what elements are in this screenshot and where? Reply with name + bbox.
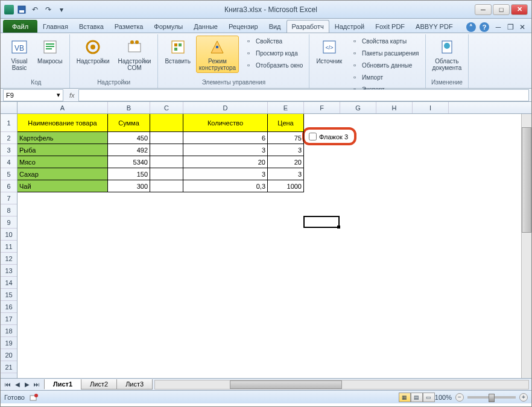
tab-вставка[interactable]: Вставка (74, 20, 109, 33)
column-header-G[interactable]: G (340, 102, 376, 113)
cell-A1[interactable]: Наименование товара (17, 114, 108, 132)
tab-abbyy pdf[interactable]: ABBYY PDF (410, 20, 458, 33)
tab-вид[interactable]: Вид (264, 20, 287, 33)
cell-B1[interactable]: Сумма (108, 114, 150, 132)
row-header-14[interactable]: 14 (1, 277, 17, 289)
ribbon-button-docpanel[interactable]: Область документа (429, 36, 465, 73)
row-header-5[interactable]: 5 (1, 168, 17, 180)
cell-A2[interactable]: Картофель (17, 132, 108, 144)
sheet-nav-next-icon[interactable]: ▶ (22, 380, 32, 390)
cells-area[interactable]: Флажок 3 Наименование товараСуммаКоличес… (17, 114, 531, 378)
redo-icon[interactable]: ↷ (43, 4, 54, 15)
row-header-2[interactable]: 2 (1, 132, 17, 144)
row-header-7[interactable]: 7 (1, 192, 17, 204)
row-header-1[interactable]: 1 (1, 114, 17, 132)
select-all-corner[interactable] (1, 102, 17, 113)
cell-A6[interactable]: Чай (17, 180, 108, 192)
zoom-slider[interactable] (467, 396, 516, 399)
ribbon-button-viewcode[interactable]: ▫Просмотр кода (241, 48, 305, 58)
ribbon-minimize-icon[interactable]: ˄ (466, 22, 476, 32)
row-header-3[interactable]: 3 (1, 144, 17, 156)
row-header-17[interactable]: 17 (1, 313, 17, 325)
vscroll-thumb[interactable] (522, 127, 531, 233)
row-header-19[interactable]: 19 (1, 337, 17, 349)
cell-B6[interactable]: 300 (108, 180, 150, 192)
row-header-12[interactable]: 12 (1, 253, 17, 265)
save-icon[interactable] (16, 4, 27, 15)
cell-E2[interactable]: 75 (268, 132, 304, 144)
row-header-21[interactable]: 21 (1, 361, 17, 373)
cell-D2[interactable]: 6 (183, 132, 268, 144)
row-header-16[interactable]: 16 (1, 301, 17, 313)
macro-record-icon[interactable] (30, 393, 38, 402)
ribbon-button-insert[interactable]: Вставить (162, 36, 193, 66)
column-header-I[interactable]: I (413, 102, 449, 113)
column-header-F[interactable]: F (304, 102, 340, 113)
cell-E3[interactable]: 3 (268, 144, 304, 156)
minimize-button[interactable]: ─ (475, 4, 492, 15)
checkbox-control[interactable]: Флажок 3 (308, 132, 349, 141)
sheet-tab-Лист2[interactable]: Лист2 (81, 379, 117, 390)
column-header-D[interactable]: D (183, 102, 268, 113)
cell-B5[interactable]: 150 (108, 168, 150, 180)
view-pagebreak-icon[interactable]: ▭ (423, 393, 435, 402)
formula-input[interactable] (78, 89, 529, 101)
doc-minimize-icon[interactable]: ─ (493, 22, 504, 33)
qat-dropdown-icon[interactable]: ▾ (56, 4, 67, 15)
row-header-18[interactable]: 18 (1, 325, 17, 337)
doc-close-icon[interactable]: ✕ (517, 22, 528, 33)
checkbox-input[interactable] (309, 133, 317, 140)
cell-E4[interactable]: 20 (268, 156, 304, 168)
column-header-A[interactable]: A (17, 102, 108, 113)
ribbon-button-import[interactable]: ▫Импорт (347, 72, 421, 83)
vertical-scrollbar[interactable] (521, 114, 531, 378)
row-header-20[interactable]: 20 (1, 349, 17, 361)
row-header-13[interactable]: 13 (1, 265, 17, 277)
cell-C4[interactable] (150, 156, 183, 168)
zoom-out-button[interactable]: − (455, 393, 464, 402)
zoom-in-button[interactable]: + (519, 393, 528, 402)
cell-A4[interactable]: Мясо (17, 156, 108, 168)
cell-E1[interactable]: Цена (268, 114, 304, 132)
column-header-B[interactable]: B (108, 102, 150, 113)
cell-C1[interactable] (150, 114, 183, 132)
fx-icon[interactable]: fx (66, 92, 78, 99)
cell-D3[interactable]: 3 (183, 144, 268, 156)
view-layout-icon[interactable]: ▤ (411, 393, 423, 402)
cell-C3[interactable] (150, 144, 183, 156)
ribbon-button-macros[interactable]: Макросы (34, 36, 66, 66)
sheet-nav-first-icon[interactable]: ⏮ (3, 380, 13, 390)
row-header-6[interactable]: 6 (1, 180, 17, 192)
ribbon-button-mapprops[interactable]: ▫Свойства карты (347, 36, 421, 46)
cell-E5[interactable]: 3 (268, 168, 304, 180)
ribbon-button-props[interactable]: ▫Свойства (241, 36, 305, 46)
sheet-nav-last-icon[interactable]: ⏭ (32, 380, 42, 390)
ribbon-button-refresh[interactable]: ▫Обновить данные (347, 60, 421, 71)
tab-надстрой[interactable]: Надстрой (329, 20, 370, 33)
name-box[interactable]: F9 ▾ (3, 89, 63, 101)
cell-B2[interactable]: 450 (108, 132, 150, 144)
doc-restore-icon[interactable]: ❐ (505, 22, 516, 33)
row-header-8[interactable]: 8 (1, 204, 17, 216)
maximize-button[interactable]: □ (493, 4, 510, 15)
cell-D6[interactable]: 0,3 (183, 180, 268, 192)
tab-данные[interactable]: Данные (188, 20, 223, 33)
tab-file[interactable]: Файл (3, 20, 37, 33)
cell-B3[interactable]: 492 (108, 144, 150, 156)
ribbon-button-design[interactable]: Режим конструктора (196, 36, 239, 73)
tab-foxit pdf[interactable]: Foxit PDF (370, 20, 410, 33)
cell-D5[interactable]: 3 (183, 168, 268, 180)
ribbon-button-expansion[interactable]: ▫Пакеты расширения (347, 48, 421, 58)
cell-C5[interactable] (150, 168, 183, 180)
ribbon-button-comaddins[interactable]: Надстройки COM (115, 36, 154, 73)
view-normal-icon[interactable]: ▦ (399, 393, 411, 402)
ribbon-button-vb[interactable]: VBVisual Basic (7, 36, 32, 73)
cell-A5[interactable]: Сахар (17, 168, 108, 180)
column-header-C[interactable]: C (150, 102, 183, 113)
row-header-9[interactable]: 9 (1, 216, 17, 229)
zoom-value[interactable]: 100% (435, 394, 452, 401)
help-icon[interactable]: ? (480, 22, 489, 32)
horizontal-scrollbar[interactable] (154, 380, 529, 390)
undo-icon[interactable]: ↶ (30, 4, 40, 15)
row-header-4[interactable]: 4 (1, 156, 17, 168)
